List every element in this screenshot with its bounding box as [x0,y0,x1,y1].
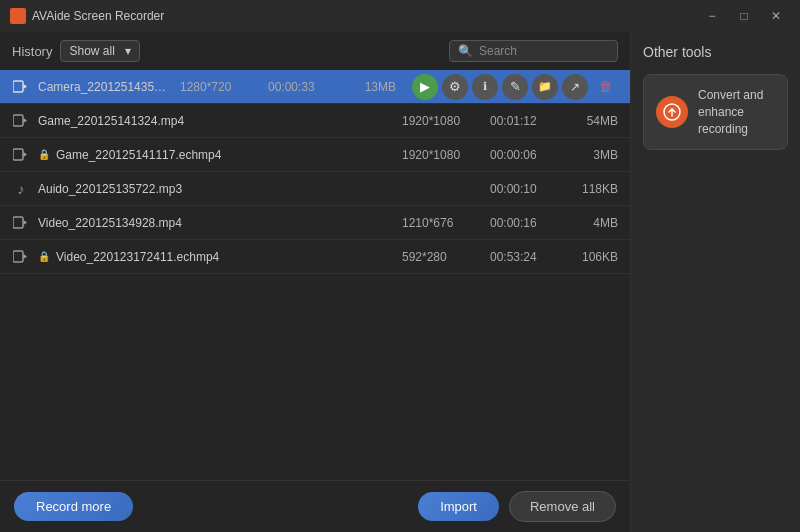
video-type-icon [12,146,30,164]
remove-all-button[interactable]: Remove all [509,491,616,522]
table-row[interactable]: Video_220125134928.mp4 1210*676 00:00:16… [0,206,630,240]
file-name: Game_220125141324.mp4 [38,114,394,128]
file-list: Camera_220125143534.mp4 1280*720 00:00:3… [0,70,630,480]
search-box: 🔍 [449,40,618,62]
svg-marker-7 [24,220,28,225]
file-resolution: 592*280 [402,250,482,264]
maximize-button[interactable]: □ [730,5,758,27]
sidebar: Other tools Convert and enhance recordin… [630,32,800,532]
file-duration: 00:01:12 [490,114,560,128]
file-resolution: 1920*1080 [402,114,482,128]
main-container: History Show all ▾ 🔍 Camera_220125143534… [0,32,800,532]
filter-value: Show all [69,44,114,58]
video-type-icon [12,248,30,266]
svg-marker-5 [24,152,28,157]
file-name: Game_220125141117.echmp4 [56,148,394,162]
file-resolution: 1280*720 [180,80,260,94]
table-row[interactable]: Game_220125141324.mp4 1920*1080 00:01:12… [0,104,630,138]
toolbar: History Show all ▾ 🔍 [0,32,630,70]
video-type-icon [12,214,30,232]
edit-button[interactable]: ✎ [502,74,528,100]
search-input[interactable] [479,44,609,58]
share-button[interactable]: ↗ [562,74,588,100]
minimize-button[interactable]: − [698,5,726,27]
table-row[interactable]: ♪ Auido_220125135722.mp3 00:00:10 118KB [0,172,630,206]
content-panel: History Show all ▾ 🔍 Camera_220125143534… [0,32,630,532]
file-size: 13MB [346,80,396,94]
title-bar: AVAide Screen Recorder − □ ✕ [0,0,800,32]
file-name: Video_220123172411.echmp4 [56,250,394,264]
svg-rect-6 [13,217,23,228]
svg-marker-3 [24,118,28,123]
table-row[interactable]: 🔒 Video_220123172411.echmp4 592*280 00:5… [0,240,630,274]
table-row[interactable]: 🔒 Game_220125141117.echmp4 1920*1080 00:… [0,138,630,172]
import-button[interactable]: Import [418,492,499,521]
video-type-icon [12,112,30,130]
title-bar-left: AVAide Screen Recorder [10,8,164,24]
delete-button[interactable]: 🗑 [592,74,618,100]
audio-type-icon: ♪ [12,180,30,198]
svg-rect-0 [13,81,23,92]
sidebar-title: Other tools [643,44,788,60]
file-resolution: 1920*1080 [402,148,482,162]
lock-icon: 🔒 [38,251,50,262]
lock-icon: 🔒 [38,149,50,160]
svg-rect-2 [13,115,23,126]
file-size: 3MB [568,148,618,162]
row-actions: ▶ ⚙ ℹ ✎ 📁 ↗ 🗑 [412,74,618,100]
filter-dropdown[interactable]: Show all ▾ [60,40,140,62]
app-title: AVAide Screen Recorder [32,9,164,23]
chevron-down-icon: ▾ [125,44,131,58]
close-button[interactable]: ✕ [762,5,790,27]
convert-enhance-tool[interactable]: Convert and enhance recording [643,74,788,150]
file-size: 106KB [568,250,618,264]
tool-card-label: Convert and enhance recording [698,87,775,137]
window-controls: − □ ✕ [698,5,790,27]
file-duration: 00:53:24 [490,250,560,264]
svg-rect-8 [13,251,23,262]
history-label: History [12,44,52,59]
play-button[interactable]: ▶ [412,74,438,100]
file-size: 54MB [568,114,618,128]
table-row[interactable]: Camera_220125143534.mp4 1280*720 00:00:3… [0,70,630,104]
file-name: Camera_220125143534.mp4 [38,80,172,94]
svg-marker-9 [24,254,28,259]
file-duration: 00:00:10 [490,182,560,196]
svg-rect-4 [13,149,23,160]
info-button[interactable]: ⚙ [442,74,468,100]
svg-marker-1 [24,84,28,89]
file-duration: 00:00:33 [268,80,338,94]
record-more-button[interactable]: Record more [14,492,133,521]
video-type-icon [12,78,30,96]
search-icon: 🔍 [458,44,473,58]
folder-button[interactable]: 📁 [532,74,558,100]
details-button[interactable]: ℹ [472,74,498,100]
file-size: 118KB [568,182,618,196]
file-name: Auido_220125135722.mp3 [38,182,394,196]
app-icon [10,8,26,24]
file-duration: 00:00:06 [490,148,560,162]
file-duration: 00:00:16 [490,216,560,230]
file-name: Video_220125134928.mp4 [38,216,394,230]
file-size: 4MB [568,216,618,230]
file-resolution: 1210*676 [402,216,482,230]
convert-icon [656,96,688,128]
bottom-bar: Record more Import Remove all [0,480,630,532]
